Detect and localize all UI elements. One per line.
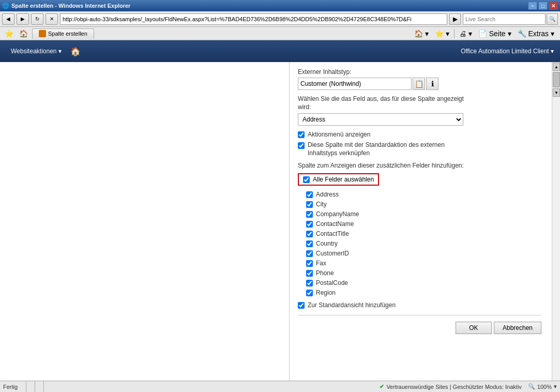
- checkbox-select-all-label: Alle Felder auswählen: [313, 176, 374, 183]
- field-companyname-label: CompanyName: [316, 210, 359, 218]
- checkbox-field-customerid[interactable]: [306, 250, 313, 257]
- checkbox-field-fax[interactable]: [306, 260, 313, 267]
- field-companyname-row: CompanyName: [306, 210, 541, 218]
- button-row: OK Abbrechen: [298, 322, 541, 334]
- info-icon-button[interactable]: ℹ: [426, 78, 438, 90]
- standard-view-label: Zur Standardansicht hinzufügen: [308, 301, 396, 309]
- search-input[interactable]: [463, 13, 546, 25]
- field-postalcode-row: PostalCode: [306, 279, 541, 287]
- field-address-row: Address: [306, 191, 541, 198]
- toolbar-icons: 🏠 ▾ ⭐ ▾ 🖨 ▾ 📄 Seite ▾ 🔧 Extras ▾: [412, 28, 557, 39]
- user-menu-label: Office Automation Limited Client ▾: [461, 48, 554, 55]
- checkbox-field-phone[interactable]: [306, 270, 313, 277]
- external-content-type-section: Externer Inhaltstyp: 📋 ℹ: [298, 68, 541, 90]
- checkbox-actions-menu[interactable]: [298, 131, 305, 138]
- title-bar-controls: − □ ✕: [528, 2, 558, 10]
- security-icon: ✔: [380, 383, 384, 390]
- field-phone-row: Phone: [306, 269, 541, 277]
- status-right: ✔ Vertrauenswürdige Sites | Geschützter …: [380, 383, 557, 390]
- print-button[interactable]: 🖨 ▾: [457, 28, 475, 39]
- field-region-row: Region: [306, 289, 541, 296]
- checkbox-field-contactname[interactable]: [306, 221, 313, 228]
- field-fax-row: Fax: [306, 260, 541, 267]
- field-select-dropdown[interactable]: Address City CompanyName ContactName Con…: [298, 113, 463, 126]
- user-menu[interactable]: Office Automation Limited Client ▾: [461, 48, 554, 55]
- minimize-button[interactable]: −: [528, 2, 537, 10]
- field-customerid-label: CustomerID: [316, 250, 349, 257]
- additional-fields-section: Spalte zum Anzeigen dieser zusätzlichen …: [298, 161, 541, 296]
- cancel-button[interactable]: Abbrechen: [494, 322, 541, 334]
- field-select-section: Wählen Sie die das Feld aus, das für die…: [298, 95, 541, 126]
- status-bar: Fertig ✔ Vertrauenswürdige Sites | Gesch…: [0, 381, 560, 392]
- status-ready-label: Fertig: [3, 384, 18, 390]
- field-address-label: Address: [316, 191, 339, 198]
- field-postalcode-label: PostalCode: [316, 279, 348, 287]
- tab-label: Spalte erstellen: [48, 31, 87, 37]
- fields-list: Address City CompanyName ContactName Con…: [306, 191, 541, 296]
- site-actions-chevron: ▾: [58, 48, 62, 55]
- search-button[interactable]: 🔍: [547, 13, 558, 25]
- scroll-down-button[interactable]: ▼: [553, 88, 560, 97]
- checkbox-field-companyname[interactable]: [306, 211, 313, 218]
- close-button[interactable]: ✕: [549, 2, 558, 10]
- left-panel: [0, 62, 290, 381]
- checkbox-standard-view[interactable]: [298, 302, 305, 309]
- app-header: Websiteaktionen ▾ 🏠 Office Automation Li…: [0, 40, 560, 62]
- external-content-type-row: 📋 ℹ: [298, 78, 541, 90]
- favorites-toolbar-button[interactable]: ⭐ ▾: [432, 28, 452, 39]
- additional-fields-label: Spalte zum Anzeigen dieser zusätzlichen …: [298, 161, 541, 170]
- search-bar: 🔍: [463, 13, 558, 25]
- zoom-chevron[interactable]: ▾: [554, 383, 557, 390]
- back-button[interactable]: ◀: [2, 13, 14, 25]
- tab-spalte-erstellen[interactable]: Spalte erstellen: [32, 28, 94, 39]
- status-seg-2: [26, 381, 35, 393]
- checkbox-field-postalcode[interactable]: [306, 280, 313, 287]
- scrollbar[interactable]: ▲ ▼: [552, 62, 560, 381]
- fav-add-button[interactable]: ⭐: [3, 28, 14, 39]
- status-seg-1: [18, 381, 26, 393]
- checkbox-field-city[interactable]: [306, 201, 313, 208]
- site-actions-button[interactable]: Websiteaktionen ▾: [6, 45, 66, 57]
- title-bar: 🌐 Spalte erstellen - Windows Internet Ex…: [0, 0, 560, 11]
- field-contacttitle-label: ContactTitle: [316, 230, 349, 237]
- url-input[interactable]: [60, 13, 447, 25]
- page-button[interactable]: 📄 Seite ▾: [476, 28, 514, 39]
- extras-button[interactable]: 🔧 Extras ▾: [515, 28, 557, 39]
- home-toolbar-button[interactable]: 🏠 ▾: [412, 28, 431, 39]
- stop-button[interactable]: ✕: [46, 13, 58, 25]
- divider: [298, 315, 541, 315]
- standard-view-row: Zur Standardansicht hinzufügen: [298, 301, 541, 309]
- field-phone-label: Phone: [316, 269, 334, 277]
- scroll-up-button[interactable]: ▲: [553, 63, 560, 71]
- status-segments: [18, 381, 380, 393]
- checkbox-link-standard[interactable]: [298, 142, 305, 149]
- favorites-bar: ⭐ 🏠 Spalte erstellen 🏠 ▾ ⭐ ▾ 🖨 ▾ 📄 Seite…: [0, 27, 560, 40]
- status-seg-3: [35, 381, 44, 393]
- checkbox-select-all[interactable]: [303, 176, 310, 183]
- checkbox-actions-menu-label: Aktionsmenü anzeigen: [308, 131, 370, 138]
- site-actions-label: Websiteaktionen: [11, 48, 57, 55]
- checkbox-field-address[interactable]: [306, 191, 313, 198]
- field-customerid-row: CustomerID: [306, 250, 541, 257]
- maximize-button[interactable]: □: [538, 2, 548, 10]
- refresh-button[interactable]: ↻: [31, 13, 43, 25]
- browse-icon-button[interactable]: 📋: [413, 78, 425, 90]
- tab-icon: [39, 30, 46, 37]
- checkbox-actions-menu-row: Aktionsmenü anzeigen: [298, 131, 541, 138]
- fav-home-button[interactable]: 🏠: [18, 28, 29, 39]
- scroll-thumb[interactable]: [553, 72, 560, 87]
- checkbox-field-region[interactable]: [306, 290, 313, 296]
- checkbox-field-contacttitle[interactable]: [306, 231, 313, 237]
- ok-button[interactable]: OK: [456, 322, 492, 334]
- title-bar-icon: 🌐: [2, 3, 9, 9]
- zoom-label: 🔍: [528, 383, 535, 390]
- checkbox-field-country[interactable]: [306, 240, 313, 247]
- checkbox-link-standard-label: Diese Spalte mit der Standardaktion des …: [308, 141, 474, 157]
- external-content-type-label: Externer Inhaltstyp:: [298, 68, 541, 76]
- select-all-row: Alle Felder auswählen: [298, 173, 379, 186]
- external-content-type-input[interactable]: [298, 78, 412, 90]
- forward-button[interactable]: ▶: [17, 13, 29, 25]
- go-button[interactable]: ▶: [449, 13, 461, 25]
- main-content: Externer Inhaltstyp: 📋 ℹ Wählen Sie die …: [0, 62, 560, 381]
- app-home-icon[interactable]: 🏠: [70, 47, 81, 56]
